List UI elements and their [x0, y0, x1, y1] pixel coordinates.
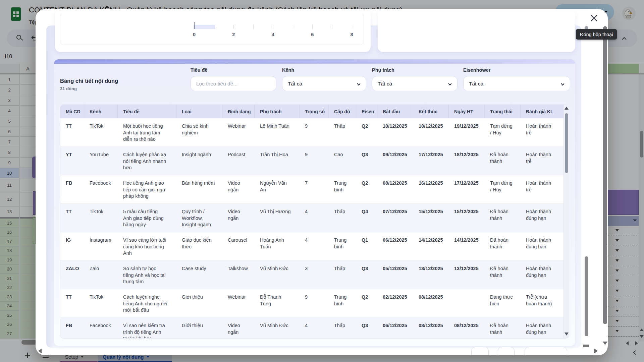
select-value: Tất cả — [378, 81, 392, 87]
cell: Đã hoàn thành — [485, 232, 521, 260]
axis-tick — [214, 25, 214, 29]
cell: Instagram — [84, 232, 118, 260]
cell: 08/12/2025 — [377, 175, 413, 203]
cell: 13/12/2025 — [413, 261, 449, 289]
dialog-scroll-down-icon[interactable] — [603, 342, 607, 345]
table-row-1[interactable]: TTTikTokMột buổi học tiếng Anh tại trung… — [60, 118, 569, 147]
column-header-5[interactable]: Định dạng — [222, 105, 255, 118]
filter-select-4[interactable]: Tất cả — [463, 76, 570, 91]
cell: Vì sao nên kiểm tra trình độ tiếng Anh t… — [118, 318, 176, 339]
filter-label-2: Kênh — [282, 67, 294, 73]
axis-tick-label: 0 — [187, 32, 201, 37]
pagination-next-button[interactable] — [498, 347, 515, 355]
table-scrollbar[interactable] — [564, 105, 569, 339]
cell: Webinar — [222, 289, 255, 317]
cell: Học tiếng Anh giao tiếp có cần giỏi ngữ … — [118, 175, 176, 203]
table-row-5[interactable]: IGInstagramVì sao càng lớn tuổi càng khó… — [60, 232, 569, 261]
modal-scrollbar-foot[interactable] — [583, 345, 589, 347]
cell: Hoàng Anh Tuấn — [255, 232, 300, 260]
filter-label-3: Phụ trách — [372, 67, 394, 73]
cell: 14/12/2025 — [449, 232, 485, 260]
cell: 9 — [300, 118, 329, 146]
table-scroll-down-icon[interactable] — [565, 333, 569, 336]
cell: Video ngắn — [222, 204, 255, 232]
cell: 5 mẫu câu tiếng Anh giao tiếp dùng hằng … — [118, 204, 176, 232]
cell: Trung bình — [329, 232, 356, 260]
cell: Chia sẻ kinh nghiệm — [176, 118, 222, 146]
cell: Insight ngành — [176, 147, 222, 175]
column-header-6[interactable]: Phụ trách — [255, 105, 300, 118]
axis-tick-label: 8 — [345, 32, 359, 37]
axis-tick-label: 6 — [306, 32, 319, 37]
close-dialog-button[interactable] — [587, 11, 601, 25]
column-header-8[interactable]: Cấp độ — [329, 105, 356, 118]
table-row-2[interactable]: YTYouTubeCách luyện phản xạ nói tiếng An… — [60, 147, 569, 175]
cell: 15/12/2025 — [449, 204, 485, 232]
filter-select-2[interactable]: Tất cả — [282, 76, 366, 91]
table-scroll-up-icon[interactable] — [565, 107, 569, 110]
cell: Hoàn thành đúng hạn — [521, 232, 562, 260]
cell: Đã hoàn thành — [485, 204, 521, 232]
axis-tick-label: 4 — [266, 32, 280, 37]
cell: Vũ Minh Đức — [255, 318, 300, 339]
input-placeholder: Lọc theo tiêu đề... — [196, 81, 237, 87]
axis-tick — [273, 25, 273, 29]
column-header-9[interactable]: Eisen — [356, 105, 377, 118]
content-table: Mã CDKênhTiêu đềLoạiĐịnh dạngPhụ tráchTr… — [60, 104, 569, 339]
table-row-3[interactable]: FBFacebookHọc tiếng Anh giao tiếp có cần… — [60, 175, 569, 204]
column-header-1[interactable]: Mã CD — [60, 105, 84, 118]
cell: Bán hàng mềm — [176, 175, 222, 203]
column-header-10[interactable]: Bắt đầu — [377, 105, 413, 118]
column-header-4[interactable]: Loại — [176, 105, 222, 118]
table-row-8[interactable]: FBFacebookVì sao nên kiểm tra trình độ t… — [60, 318, 569, 339]
table-row-6[interactable]: ZALOZaloSo sánh tự học tiếng Anh và học … — [60, 261, 569, 289]
cell: Cao — [329, 147, 356, 175]
chevron-down-icon — [560, 82, 565, 86]
table-row-7[interactable]: TTTikTokCách luyện nghe tiếng Anh cho ng… — [60, 289, 569, 318]
column-header-12[interactable]: Ngày HT — [449, 105, 485, 118]
column-header-13[interactable]: Trạng thái — [485, 105, 521, 118]
table-scrollbar-thumb[interactable] — [565, 113, 568, 173]
cell: Hoàn thành đúng hạn — [521, 261, 562, 289]
chevron-down-icon — [448, 82, 452, 86]
column-header-7[interactable]: Trọng số — [300, 105, 329, 118]
column-header-2[interactable]: Kênh — [84, 105, 118, 118]
cell: 06/12/2025 — [377, 318, 413, 339]
cell: 9 — [300, 289, 329, 317]
column-header-14[interactable]: Đánh giá KL — [521, 105, 562, 118]
cell: Trung bình — [329, 289, 356, 317]
cell: 05/12/2025 — [377, 261, 413, 289]
dialog-scroll-right-icon[interactable] — [594, 349, 598, 353]
chevron-down-icon — [357, 82, 361, 86]
cell: Giới thiệu — [176, 289, 222, 317]
table-header-row: Mã CDKênhTiêu đềLoạiĐịnh dạngPhụ tráchTr… — [60, 105, 569, 118]
cell: 4 — [300, 204, 329, 232]
cell: Một buổi học tiếng Anh tại trung tâm diễ… — [118, 118, 176, 146]
cell: 02/12/2025 — [377, 289, 413, 317]
dialog-scrollbar-thumb[interactable] — [603, 26, 607, 324]
filter-title-input[interactable]: Lọc theo tiêu đề... — [191, 76, 276, 91]
axis-tick — [332, 25, 332, 29]
column-header-11[interactable]: Kết thúc — [413, 105, 449, 118]
cell: Zalo — [84, 261, 118, 289]
cell: Talkshow — [222, 261, 255, 289]
pagination-prev-button[interactable] — [471, 347, 489, 355]
pagination-page-size-select[interactable] — [525, 347, 567, 355]
cell: Trần Thị Hoa — [255, 147, 300, 175]
cell: 18/12/2025 — [413, 118, 449, 146]
cell: FB — [60, 318, 84, 339]
filter-select-3[interactable]: Tất cả — [372, 76, 458, 91]
cell: Q2 — [356, 175, 377, 203]
cell: 4 — [300, 232, 329, 260]
table-row-4[interactable]: TTTikTok5 mẫu câu tiếng Anh giao tiếp dù… — [60, 204, 569, 232]
cell: Đã hoàn thành — [485, 261, 521, 289]
cell: Thấp — [329, 118, 356, 146]
cell: Giáo dục kiến thức — [176, 232, 222, 260]
column-header-3[interactable]: Tiêu đề — [118, 105, 176, 118]
cell: 18/12/2025 — [449, 147, 485, 175]
modal-scrollbar-thumb[interactable] — [585, 256, 588, 336]
cell: TikTok — [84, 118, 118, 146]
cell: 15/12/2025 — [413, 204, 449, 232]
dialog-scroll-left-icon[interactable] — [38, 349, 42, 353]
cell: Giới thiệu — [176, 318, 222, 339]
